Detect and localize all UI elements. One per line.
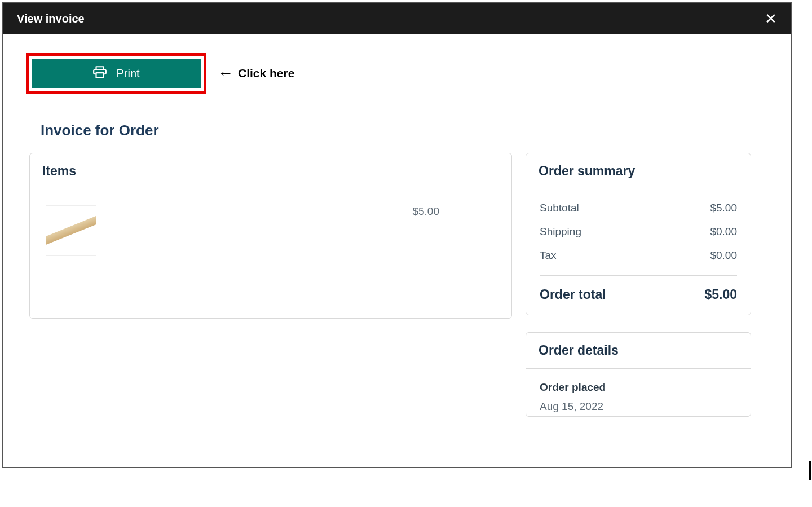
summary-value: $5.00 [710,202,737,214]
item-price: $5.00 [412,205,439,218]
modal-body-scroll[interactable]: Print ← Click here Invoice for Order Ite… [3,36,777,467]
printer-icon [92,65,107,82]
summary-row-subtotal: Subtotal $5.00 [540,202,737,214]
summary-label: Tax [540,249,557,262]
print-button-label: Print [116,67,139,80]
divider [540,275,737,276]
summary-row-tax: Tax $0.00 [540,249,737,262]
order-placed-label: Order placed [540,381,737,394]
summary-label: Shipping [540,226,581,238]
arrow-left-icon: ← [218,65,233,81]
summary-value: $0.00 [710,226,737,238]
summary-row-shipping: Shipping $0.00 [540,226,737,238]
page-title: Invoice for Order [41,122,754,139]
summary-value: $0.00 [710,249,737,262]
order-details-title: Order details [526,333,751,369]
annotation-text: Click here [238,67,294,80]
close-icon[interactable]: ✕ [765,11,777,26]
order-placed-value: Aug 15, 2022 [540,400,737,413]
order-details-card: Order details Order placed Aug 15, 2022 [526,332,751,417]
svg-rect-1 [96,73,104,78]
modal-header: View invoice ✕ [3,3,791,34]
summary-label: Subtotal [540,202,579,214]
item-thumbnail [46,205,96,256]
summary-row-total: Order total $5.00 [540,287,737,302]
order-summary-title: Order summary [526,153,751,189]
items-card: Items $5.00 [29,153,512,319]
click-here-annotation: ← Click here [218,65,294,81]
text-cursor-icon [809,461,811,480]
order-summary-card: Order summary Subtotal $5.00 Shipping $0… [526,153,751,315]
print-button-highlight: Print [26,53,206,94]
modal-title: View invoice [17,12,85,25]
print-button[interactable]: Print [32,59,201,88]
invoice-modal: View invoice ✕ Print ← Cl [2,2,792,468]
summary-total-value: $5.00 [704,287,737,302]
summary-total-label: Order total [540,287,606,302]
items-card-title: Items [30,153,511,189]
